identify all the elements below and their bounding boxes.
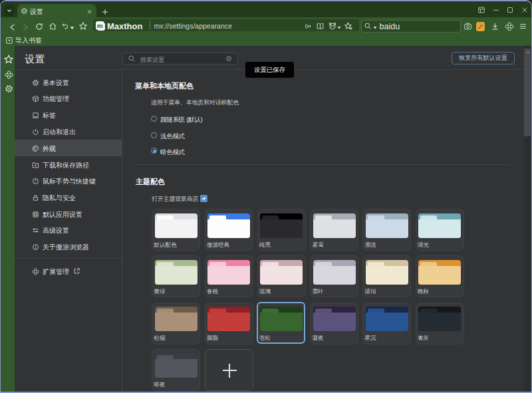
- svg-text:m: m: [97, 22, 103, 29]
